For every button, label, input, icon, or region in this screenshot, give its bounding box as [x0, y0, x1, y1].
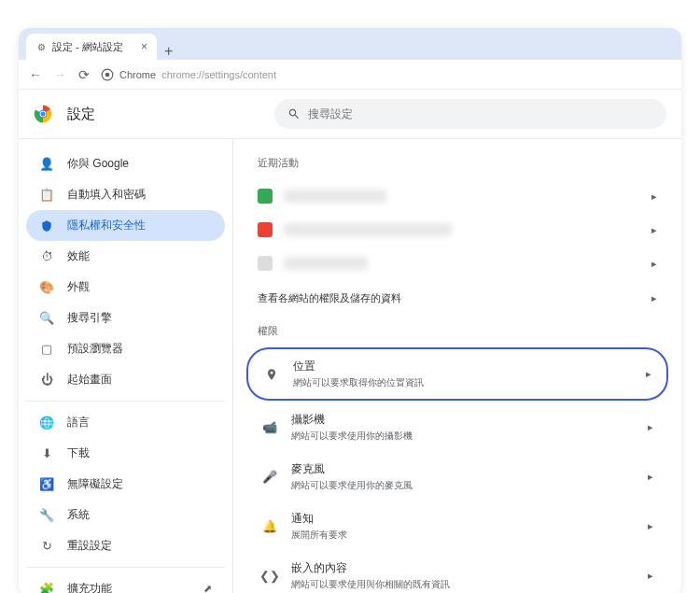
sidebar-item-autofill[interactable]: 📋自動填入和密碼 [26, 179, 225, 210]
sidebar-item-default-browser[interactable]: ▢預設瀏覽器 [26, 333, 225, 364]
chevron-right-icon: ▸ [646, 368, 651, 380]
chevron-right-icon: ▸ [648, 421, 653, 433]
new-tab-button[interactable]: + [157, 43, 180, 60]
page-header: 設定 [19, 90, 681, 139]
search-box[interactable] [274, 99, 666, 129]
power-icon: ⏻ [39, 373, 54, 388]
svg-point-6 [41, 112, 46, 117]
palette-icon: 🎨 [39, 280, 54, 295]
external-link-icon: ⬈ [203, 583, 212, 593]
chevron-right-icon: ▸ [651, 191, 657, 203]
sidebar-item-language[interactable]: 🌐語言 [26, 407, 225, 438]
tab-bar: ⚙ 設定 - 網站設定 × + [19, 28, 681, 60]
forward-button[interactable]: → [52, 67, 67, 82]
reload-button[interactable]: ⟳ [77, 67, 91, 82]
location-icon [263, 368, 280, 381]
blurred-content [284, 190, 386, 203]
url-path: chrome://settings/content [161, 69, 276, 80]
blurred-content [284, 257, 368, 270]
camera-icon: 📹 [261, 420, 278, 434]
accessibility-icon: ♿ [39, 477, 54, 492]
main-content: 近期活動 ▸ ▸ ▸ 查看各網站的權限及儲存的資料 ▸ [233, 139, 681, 593]
url-bar[interactable]: Chrome chrome://settings/content [101, 68, 276, 81]
globe-icon: 🌐 [39, 416, 54, 431]
sidebar-item-performance[interactable]: ⏱效能 [26, 241, 225, 272]
sidebar-item-appearance[interactable]: 🎨外觀 [26, 272, 225, 303]
page-title: 設定 [67, 106, 95, 123]
window-icon: ▢ [39, 342, 54, 357]
activity-item[interactable]: ▸ [250, 213, 665, 247]
sidebar-item-extensions[interactable]: 🧩擴充功能⬈ [26, 573, 225, 593]
perm-notifications[interactable]: 🔔 通知展開所有要求 ▸ [250, 501, 665, 551]
chevron-right-icon: ▸ [651, 292, 657, 304]
site-favicon [258, 256, 273, 271]
sidebar-item-system[interactable]: 🔧系統 [26, 500, 225, 530]
shield-icon [39, 219, 54, 233]
site-favicon [258, 222, 273, 237]
browser-tab[interactable]: ⚙ 設定 - 網站設定 × [26, 34, 157, 60]
chevron-right-icon: ▸ [651, 224, 657, 236]
svg-point-1 [105, 72, 110, 77]
sidebar-item-privacy[interactable]: 隱私權和安全性 [26, 210, 225, 241]
sidebar-item-search[interactable]: 🔍搜尋引擎 [26, 303, 225, 333]
perm-camera[interactable]: 📹 攝影機網站可以要求使用你的攝影機 ▸ [250, 402, 665, 452]
permissions-title: 權限 [258, 324, 665, 338]
sidebar-item-you-google[interactable]: 👤你與 Google [26, 148, 225, 179]
activity-item[interactable]: ▸ [250, 247, 665, 280]
divider [26, 567, 225, 568]
perm-microphone[interactable]: 🎤 麥克風網站可以要求使用你的麥克風 ▸ [250, 452, 665, 501]
site-favicon [258, 189, 273, 204]
chevron-right-icon: ▸ [648, 570, 653, 582]
sidebar-item-downloads[interactable]: ⬇下載 [26, 438, 225, 469]
sidebar-item-startup[interactable]: ⏻起始畫面 [26, 364, 225, 395]
url-origin: Chrome [119, 69, 156, 80]
person-icon: 👤 [39, 157, 54, 172]
search-icon [287, 107, 301, 120]
bell-icon: 🔔 [261, 519, 278, 533]
search-icon: 🔍 [39, 311, 54, 326]
close-icon[interactable]: × [141, 40, 147, 53]
download-icon: ⬇ [39, 446, 54, 461]
clipboard-icon: 📋 [39, 188, 54, 203]
perm-location[interactable]: 位置網站可以要求取得你的位置資訊 ▸ [246, 347, 668, 401]
puzzle-icon: 🧩 [39, 582, 54, 594]
blurred-content [284, 223, 452, 236]
reset-icon: ↻ [39, 539, 54, 554]
chevron-right-icon: ▸ [648, 471, 653, 483]
chevron-right-icon: ▸ [648, 520, 653, 532]
tab-title: 設定 - 網站設定 [52, 40, 135, 54]
recent-activity-title: 近期活動 [258, 156, 665, 170]
search-input[interactable] [308, 107, 653, 120]
sidebar-item-reset[interactable]: ↻重設設定 [26, 530, 225, 561]
gear-icon: ⚙ [35, 41, 47, 52]
chevron-right-icon: ▸ [651, 258, 657, 270]
back-button[interactable]: ← [28, 67, 43, 82]
microphone-icon: 🎤 [261, 470, 278, 484]
chrome-logo-icon [34, 105, 52, 123]
speedometer-icon: ⏱ [39, 249, 54, 264]
sidebar-item-accessibility[interactable]: ♿無障礙設定 [26, 469, 225, 500]
activity-item[interactable]: ▸ [250, 179, 665, 213]
chrome-icon [101, 68, 114, 81]
code-icon: ❮❯ [261, 569, 278, 583]
sidebar: 👤你與 Google 📋自動填入和密碼 隱私權和安全性 ⏱效能 🎨外觀 🔍搜尋引… [19, 139, 233, 593]
wrench-icon: 🔧 [39, 508, 54, 523]
toolbar: ← → ⟳ Chrome chrome://settings/content [19, 60, 681, 90]
divider [26, 401, 225, 402]
all-sites-link[interactable]: 查看各網站的權限及儲存的資料 ▸ [250, 280, 665, 317]
perm-embedded[interactable]: ❮❯ 嵌入的內容網站可以要求使用與你相關的既有資訊 ▸ [250, 551, 665, 593]
